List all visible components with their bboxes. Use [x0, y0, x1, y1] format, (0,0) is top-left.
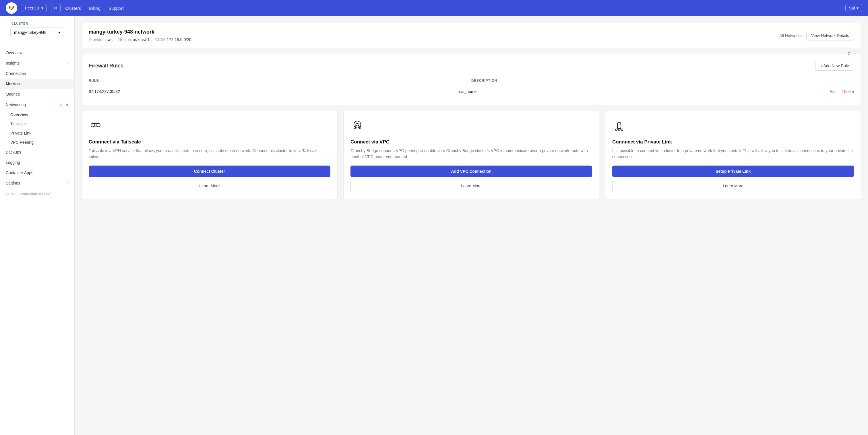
firewall-table-header: RULE DESCRIPTION [89, 76, 854, 85]
tailscale-card-title: Connnect via Tailscale [89, 139, 330, 145]
nav-left: 🐶 PeerDB ▾ ⚙ Clusters Billing Support [6, 2, 124, 14]
sidebar-sub-tailscale[interactable]: Tailscale [0, 119, 74, 129]
sidebar-sub-vpc-peering-label: VPC Peering [10, 140, 34, 145]
sidebar-item-metrics-label: Metrics [6, 82, 20, 86]
edit-rule-button[interactable]: Edit [830, 89, 836, 94]
sidebar-sub-private-link[interactable]: Private Link [0, 129, 74, 138]
main-layout: CLUSTER mangy-turkey-948 ▾ Overview Insi… [0, 16, 868, 435]
sidebar-item-connection[interactable]: Connection [0, 68, 74, 79]
billing-link[interactable]: Billing [89, 6, 100, 11]
sidebar-item-container-apps[interactable]: Container Apps [0, 167, 74, 178]
sidebar-sub-tailscale-label: Tailscale [10, 122, 26, 126]
sidebar-item-connection-label: Connection [6, 71, 26, 76]
cidr-value: 172.18.0.0/20 [167, 37, 191, 42]
firewall-header: Firewall Rules ↗ + Add New Rule [89, 61, 854, 70]
brand-dropdown[interactable]: PeerDB ▾ [22, 4, 46, 12]
svg-point-5 [354, 121, 361, 128]
private-link-svg-icon [612, 118, 626, 132]
rule-cidr: 67.174.237.35/32 [89, 89, 459, 94]
vpc-icon [350, 118, 592, 134]
sidebar-item-networking-label: Networking [6, 102, 26, 107]
cluster-chevron: ▾ [58, 30, 60, 35]
svg-point-1 [97, 123, 100, 127]
add-new-rule-button[interactable]: + Add New Rule [815, 61, 854, 70]
col-description: DESCRIPTION [471, 79, 854, 83]
connect-cards-grid: Connnect via Tailscale Tailscale is a VP… [82, 111, 861, 199]
sidebar-sub-vpc-peering[interactable]: VPC Peering [0, 138, 74, 147]
sidebar-item-queries[interactable]: Queries [0, 89, 74, 99]
cidr-label: CIDR [155, 37, 165, 42]
sidebar-item-settings[interactable]: Settings › [0, 178, 74, 188]
tailscale-card-desc: Tailscale is a VPN service that allows y… [89, 148, 330, 160]
all-networks-link[interactable]: All Networks [779, 33, 802, 38]
vpc-svg-icon [350, 118, 364, 132]
svg-point-12 [621, 129, 623, 130]
brand-chevron: ▾ [41, 6, 43, 10]
region-info: Region us-east-1 [118, 37, 150, 42]
nav-links: Clusters Billing Support [65, 6, 124, 11]
network-card: mangy-turkey-948-network Provider aws Re… [82, 23, 861, 48]
support-link[interactable]: Support [108, 6, 124, 11]
tailscale-learn-more-button[interactable]: Learn More [89, 180, 330, 192]
provider-label: Provider [89, 37, 104, 42]
network-meta: Provider aws Region us-east-1 CIDR 172.1… [89, 37, 191, 42]
sidebar-sub-overview-label: Overview [10, 113, 28, 117]
vpc-card: Connect via VPC Crunchy Bridge supports … [343, 111, 599, 199]
col-rule: RULE [89, 79, 471, 83]
svg-point-10 [615, 129, 617, 130]
private-link-card: Connnect via Private Link It is possible… [605, 111, 861, 199]
user-menu-button[interactable]: Sai ▾ [845, 4, 862, 12]
sidebar-item-queries-label: Queries [6, 92, 20, 96]
add-rule-arrow: ↗ [845, 50, 852, 58]
clusters-link[interactable]: Clusters [65, 6, 81, 11]
gear-icon: ⚙ [54, 6, 58, 10]
production-label: Is this a production cluster? [0, 188, 74, 199]
gear-button[interactable]: ⚙ [51, 4, 61, 12]
network-info: mangy-turkey-948-network Provider aws Re… [89, 29, 191, 42]
firewall-title: Firewall Rules [89, 63, 123, 69]
region-label: Region [118, 37, 131, 42]
svg-point-0 [91, 123, 94, 127]
sidebar-item-overview[interactable]: Overview [0, 48, 74, 58]
private-link-card-desc: It is possible to connect your cluster t… [612, 148, 854, 160]
sidebar-sub-overview[interactable]: Overview [0, 110, 74, 119]
tailscale-svg-icon [89, 118, 102, 132]
tailscale-card: Connnect via Tailscale Tailscale is a VP… [82, 111, 338, 199]
network-actions: All Networks View Network Details [779, 31, 854, 40]
vpc-card-title: Connect via VPC [350, 139, 592, 145]
sidebar: CLUSTER mangy-turkey-948 ▾ Overview Insi… [0, 16, 74, 435]
sidebar-item-logging-label: Logging [6, 160, 20, 165]
sidebar-item-insights-label: Insights [6, 61, 20, 65]
private-link-icon [612, 118, 854, 134]
settings-chevron: › [67, 181, 69, 185]
setup-private-link-button[interactable]: Setup Private Link [612, 165, 854, 177]
top-navigation: 🐶 PeerDB ▾ ⚙ Clusters Billing Support Sa… [0, 0, 868, 16]
sidebar-item-backups-label: Backups [6, 150, 21, 154]
rule-description: sai_home [459, 89, 830, 94]
sidebar-item-insights[interactable]: Insights › [0, 58, 74, 68]
sidebar-item-backups[interactable]: Backups [0, 147, 74, 157]
cluster-select[interactable]: mangy-turkey-948 ▾ [10, 28, 64, 37]
svg-rect-8 [617, 124, 621, 129]
view-network-details-button[interactable]: View Network Details [806, 31, 854, 40]
provider-info: Provider aws [89, 37, 113, 42]
sidebar-item-metrics[interactable]: Metrics [0, 79, 74, 89]
sidebar-item-logging[interactable]: Logging [0, 157, 74, 167]
tailscale-icon [89, 118, 330, 134]
connect-cluster-button[interactable]: Connect Cluster [89, 165, 330, 177]
add-vpc-connection-button[interactable]: Add VPC Connection [350, 165, 592, 177]
firewall-card: Firewall Rules ↗ + Add New Rule RULE DES… [82, 54, 861, 105]
app-logo: 🐶 [6, 2, 17, 14]
sidebar-item-networking[interactable]: Networking ↙ ∨ [0, 99, 74, 110]
region-value: us-east-1 [133, 37, 149, 42]
private-link-learn-more-button[interactable]: Learn More [612, 180, 854, 192]
cidr-info: CIDR 172.18.0.0/20 [155, 37, 191, 42]
insights-chevron: › [67, 61, 69, 65]
add-rule-label: + Add New Rule [820, 63, 849, 68]
table-row: 67.174.237.35/32 sai_home Edit Delete [89, 85, 854, 98]
user-label: Sai [849, 6, 855, 10]
provider-value: aws [105, 37, 113, 42]
cluster-name: mangy-turkey-948 [14, 30, 46, 35]
vpc-learn-more-button[interactable]: Learn More [350, 180, 592, 192]
delete-rule-button[interactable]: Delete [842, 89, 854, 94]
